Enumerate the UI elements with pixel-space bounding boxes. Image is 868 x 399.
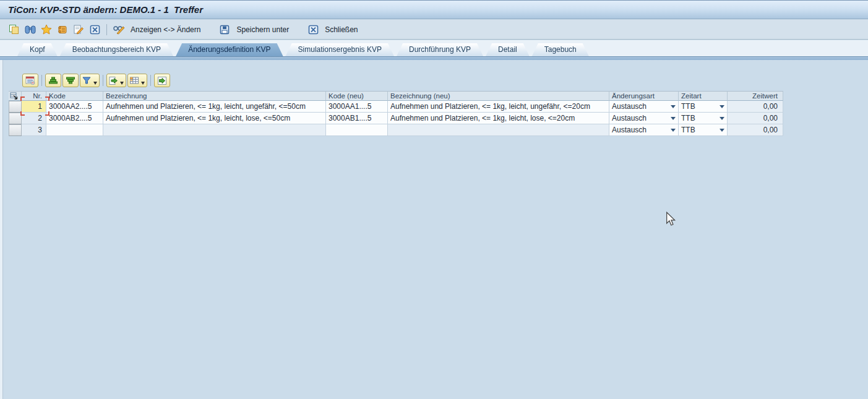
copy-pages-icon[interactable] [7,24,21,36]
chevron-down-icon[interactable] [720,117,724,120]
cell-bezeichnung-neu[interactable] [388,124,609,136]
cell-nr[interactable]: 2 [22,113,46,124]
column-header-aenderungsart[interactable]: Änderungsart [609,91,679,101]
scroll-icon[interactable] [56,24,69,36]
table-row: 3 Austausch TTB 0,00 [9,124,783,136]
main-toolbar: Anzeigen <-> Ändern Speichern unter Schl… [0,20,868,40]
grid-toolbar-separator [41,75,42,86]
column-header-zeitart[interactable]: Zeitart [679,91,728,101]
chevron-down-icon[interactable] [671,129,676,132]
tab-aenderungsdefinition-kvp[interactable]: Änderungsdefinition KVP [176,43,283,56]
cell-kode-neu[interactable]: 3000AA1....5 [326,101,388,113]
chevron-down-icon[interactable] [671,117,676,120]
aenderungsart-dropdown[interactable]: Austausch [609,101,679,113]
cell-zeitwert[interactable]: 0,00 [728,124,783,136]
grid-toolbar-separator [103,75,103,86]
dropdown-value: Austausch [612,113,647,124]
save-as-button[interactable]: Speichern unter [218,24,289,36]
grid-toolbar [22,73,171,88]
tab-strip: Kopf Beobachtungsbereich KVP Änderungsde… [0,40,868,60]
details-icon[interactable] [22,74,38,87]
close-box-icon [306,24,320,36]
panel-left-edge [0,60,3,399]
sap-window: TiCon: KVP-STD ändern: DEMO.1 - 1 Treffe… [0,0,868,399]
filter-dropdown-arrow[interactable] [93,82,97,85]
column-header-kode-neu[interactable]: Kode (neu) [326,91,388,101]
tab-beobachtungsbereich-kvp[interactable]: Beobachtungsbereich KVP [60,43,173,56]
glasses-pencil-icon [112,24,126,36]
cell-kode[interactable] [46,124,103,136]
tab-content-panel: Nr. Kode Bezeichnung Kode (neu) Bezeichn… [0,60,868,399]
alv-grid: Nr. Kode Bezeichnung Kode (neu) Bezeichn… [9,91,783,136]
cancel-box-icon[interactable] [88,24,101,36]
cell-kode-neu[interactable]: 3000AB1....5 [326,113,388,124]
dropdown-value: TTB [681,124,695,135]
sort-ascending-icon[interactable] [45,74,61,87]
column-header-nr[interactable]: Nr. [22,91,46,101]
table-row: 1 3000AA2....5 Aufnehmen und Platzieren,… [9,101,783,113]
cell-kode[interactable]: 3000AA2....5 [46,101,103,113]
cell-kode[interactable]: 3000AB2....5 [46,113,103,124]
aenderungsart-dropdown[interactable]: Austausch [609,124,679,136]
floppy-disk-icon [218,24,231,36]
zeitart-dropdown[interactable]: TTB [679,113,728,124]
sort-descending-icon[interactable] [62,74,79,87]
save-as-label: Speichern unter [236,25,289,34]
tab-kopf[interactable]: Kopf [17,43,58,56]
aenderungsart-dropdown[interactable]: Austausch [609,113,679,124]
chevron-down-icon[interactable] [671,105,676,108]
views-dropdown-arrow[interactable] [141,82,145,85]
edit-note-icon[interactable] [72,24,85,36]
dropdown-value: TTB [681,113,695,124]
chevron-down-icon[interactable] [720,105,724,108]
cell-zeitwert[interactable]: 0,00 [728,113,783,124]
cell-nr[interactable]: 1 [22,101,46,113]
cell-bezeichnung[interactable]: Aufnehmen und Platzieren, <= 1kg, leicht… [103,101,326,113]
dropdown-value: TTB [681,101,695,112]
chevron-down-icon[interactable] [720,129,724,132]
dropdown-value: Austausch [612,101,647,112]
tab-simulationsergebnis-kvp[interactable]: Simulationsergebnis KVP [286,43,394,56]
cell-bezeichnung-neu[interactable]: Aufnehmen und Platzieren, <= 1kg, leicht… [388,113,609,124]
transfer-icon[interactable] [154,74,170,87]
dropdown-value: Austausch [612,124,647,135]
zeitart-dropdown[interactable]: TTB [679,101,728,113]
tab-durchfuehrung-kvp[interactable]: Durchführung KVP [397,43,483,56]
row-selector[interactable] [9,124,22,136]
cell-bezeichnung[interactable] [103,124,326,136]
tab-tagebuch[interactable]: Tagebuch [532,43,589,56]
favorites-star-icon[interactable] [40,24,53,36]
cell-bezeichnung[interactable]: Aufnehmen und Platzieren, <= 1kg, leicht… [103,113,326,124]
find-binoculars-icon[interactable] [24,24,37,36]
filter-icon[interactable] [80,74,100,87]
cell-nr[interactable]: 3 [22,124,46,136]
select-all-button[interactable] [9,91,22,101]
close-label: Schließen [325,25,358,34]
column-header-kode[interactable]: Kode [46,91,103,101]
grid-header-row: Nr. Kode Bezeichnung Kode (neu) Bezeichn… [9,91,783,101]
window-title: TiCon: KVP-STD ändern: DEMO.1 - 1 Treffe… [0,0,868,19]
export-icon[interactable] [106,74,126,87]
display-change-label: Anzeigen <-> Ändern [131,25,200,34]
mouse-cursor [665,212,676,226]
grid-toolbar-separator [150,75,151,86]
zeitart-dropdown[interactable]: TTB [679,124,728,136]
export-dropdown-arrow[interactable] [120,82,124,85]
tab-detail[interactable]: Detail [486,43,530,56]
column-header-zeitwert[interactable]: Zeitwert [728,91,783,101]
display-change-button[interactable]: Anzeigen <-> Ändern [112,24,200,36]
cell-kode-neu[interactable] [326,124,388,136]
column-header-bezeichnung-neu[interactable]: Bezeichnung (neu) [388,91,609,101]
table-row: 2 3000AB2....5 Aufnehmen und Platzieren,… [9,113,783,124]
cell-bezeichnung-neu[interactable]: Aufnehmen und Platzieren, <= 1kg, leicht… [388,101,609,113]
row-selector[interactable] [9,113,22,124]
column-header-bezeichnung[interactable]: Bezeichnung [103,91,326,101]
toolbar-separator [106,24,107,35]
cell-zeitwert[interactable]: 0,00 [728,101,783,113]
row-selector[interactable] [9,101,22,113]
table-views-icon[interactable] [127,74,147,87]
close-button[interactable]: Schließen [306,24,358,36]
